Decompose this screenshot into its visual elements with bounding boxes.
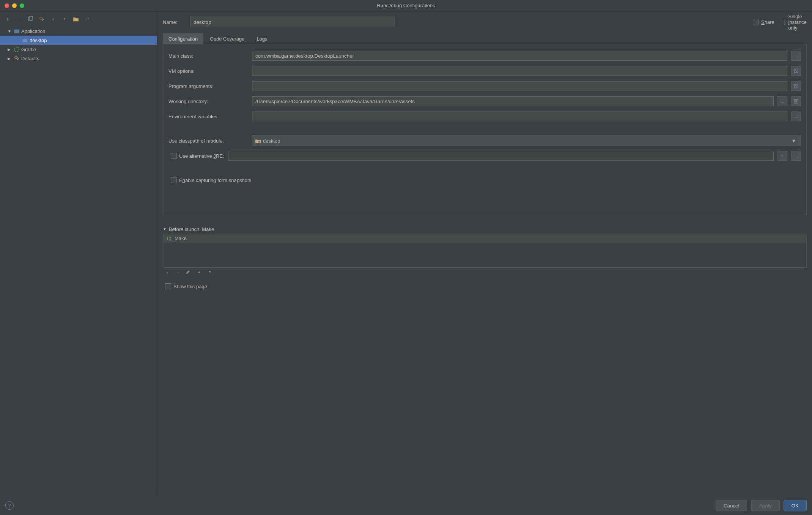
- add-task-button[interactable]: +: [164, 270, 170, 276]
- window-close-button[interactable]: [5, 3, 9, 8]
- alt-jre-checkbox[interactable]: Use alternative JRE:: [171, 153, 224, 159]
- window-minimize-button[interactable]: [12, 3, 17, 8]
- working-dir-label: Working directory:: [168, 99, 248, 104]
- sort-button[interactable]: ↓ª: [83, 15, 91, 23]
- tab-logs[interactable]: Logs: [251, 33, 273, 44]
- before-launch-section: ▼ Before launch: Make 0101 Make + −: [163, 226, 807, 292]
- remove-task-button[interactable]: −: [175, 270, 181, 276]
- titlebar: Run/Debug Configurations: [0, 0, 812, 11]
- show-this-page-label: Show this page: [173, 284, 207, 289]
- tree-label: Application: [21, 28, 46, 34]
- svg-point-7: [14, 47, 19, 52]
- name-label: Name:: [163, 19, 186, 25]
- working-dir-input[interactable]: [252, 96, 774, 106]
- cancel-button[interactable]: Cancel: [716, 500, 747, 511]
- help-button[interactable]: ?: [5, 501, 14, 510]
- before-launch-toolbar: + − ▲ ▼: [163, 268, 807, 278]
- collapse-toggle-icon[interactable]: ▼: [163, 227, 167, 231]
- vm-options-label: VM options:: [168, 68, 248, 74]
- tab-code-coverage[interactable]: Code Coverage: [204, 33, 250, 44]
- main-class-input[interactable]: [252, 51, 787, 61]
- svg-text:01: 01: [169, 239, 172, 241]
- svg-rect-6: [22, 38, 28, 39]
- task-up-button[interactable]: ▲: [196, 270, 202, 276]
- env-vars-label: Environment variables:: [168, 114, 248, 119]
- vm-options-input[interactable]: [252, 66, 787, 76]
- configuration-panel: Main class: … VM options: Program argume…: [163, 44, 807, 215]
- classpath-module-value: desktop: [263, 138, 280, 144]
- edit-defaults-button[interactable]: [38, 15, 46, 23]
- browse-main-class-button[interactable]: …: [791, 51, 801, 61]
- tree-label: Gradle: [21, 47, 36, 52]
- move-up-button[interactable]: ▲: [49, 15, 57, 23]
- alt-jre-input: [228, 151, 774, 161]
- config-tree: ▼ Application desktop ▶: [0, 27, 157, 496]
- program-args-label: Program arguments:: [168, 83, 248, 89]
- working-dir-list-button[interactable]: [791, 96, 801, 106]
- wrench-icon: [14, 55, 20, 61]
- svg-point-8: [15, 57, 17, 59]
- expand-toggle-icon[interactable]: ▼: [8, 29, 12, 33]
- browse-alt-jre-button[interactable]: …: [791, 151, 801, 161]
- copy-config-button[interactable]: [27, 15, 34, 23]
- make-icon: 0101: [166, 236, 172, 241]
- browse-working-dir-button[interactable]: …: [777, 96, 787, 106]
- window-title: Run/Debug Configurations: [377, 3, 435, 8]
- show-this-page-checkbox[interactable]: Show this page: [165, 283, 207, 289]
- svg-rect-4: [14, 29, 19, 30]
- alt-jre-dropdown-button: ▼: [777, 151, 787, 161]
- main-class-label: Main class:: [168, 53, 248, 59]
- edit-task-button[interactable]: [186, 270, 192, 276]
- expand-toggle-icon[interactable]: ▶: [8, 57, 12, 61]
- share-checkbox[interactable]: Share: [753, 19, 776, 25]
- form-snapshots-label: Enable capturing form snapshots: [179, 177, 251, 183]
- svg-rect-1: [30, 16, 33, 20]
- share-label: Share: [761, 19, 774, 25]
- name-input[interactable]: [190, 17, 395, 27]
- config-toolbar: + − ▲ ▼ ↓ª: [0, 11, 157, 27]
- before-launch-list: 0101 Make: [163, 234, 807, 268]
- chevron-down-icon: ▼: [790, 138, 798, 144]
- single-instance-checkbox[interactable]: Single instance only: [784, 14, 807, 31]
- expand-toggle-icon[interactable]: ▶: [8, 47, 12, 52]
- edit-env-vars-button[interactable]: …: [791, 111, 801, 121]
- tree-label: desktop: [30, 38, 47, 43]
- window-zoom-button[interactable]: [20, 3, 24, 8]
- app-window-icon: [22, 37, 28, 43]
- task-down-button[interactable]: ▼: [207, 270, 213, 276]
- svg-rect-12: [258, 141, 260, 143]
- tabs: Configuration Code Coverage Logs: [163, 33, 807, 44]
- tree-node-application[interactable]: ▼ Application: [0, 27, 157, 36]
- right-panel: Name: Share Single instance only Configu…: [157, 11, 812, 496]
- form-snapshots-checkbox[interactable]: Enable capturing form snapshots: [171, 177, 251, 183]
- add-config-button[interactable]: +: [4, 15, 11, 23]
- before-launch-header[interactable]: ▼ Before launch: Make: [163, 226, 807, 232]
- before-launch-item[interactable]: 0101 Make: [163, 234, 806, 243]
- program-args-input[interactable]: [252, 81, 787, 91]
- svg-point-2: [40, 17, 42, 19]
- tree-label: Defaults: [21, 56, 39, 61]
- dialog-footer: ? Cancel Apply OK: [0, 496, 812, 515]
- before-launch-item-label: Make: [175, 236, 187, 241]
- tree-node-defaults[interactable]: ▶ Defaults: [0, 54, 157, 63]
- apply-button[interactable]: Apply: [751, 500, 779, 511]
- gradle-icon: [14, 46, 20, 52]
- module-icon: [255, 138, 261, 143]
- single-instance-label: Single instance only: [788, 14, 807, 31]
- app-window-icon: [14, 28, 20, 34]
- move-down-button[interactable]: ▼: [61, 15, 68, 23]
- folder-button[interactable]: [72, 15, 80, 23]
- remove-config-button[interactable]: −: [15, 15, 23, 23]
- tree-node-gradle[interactable]: ▶ Gradle: [0, 45, 157, 54]
- classpath-module-select[interactable]: desktop ▼: [252, 135, 801, 146]
- expand-vm-options-button[interactable]: [791, 66, 801, 76]
- env-vars-input[interactable]: [252, 111, 787, 121]
- before-launch-title: Before launch: Make: [169, 226, 214, 232]
- expand-program-args-button[interactable]: [791, 81, 801, 91]
- tree-node-desktop[interactable]: desktop: [0, 36, 157, 45]
- alt-jre-label: Use alternative JRE:: [179, 153, 224, 159]
- tab-configuration[interactable]: Configuration: [163, 33, 203, 44]
- left-panel: + − ▲ ▼ ↓ª ▼: [0, 11, 157, 496]
- classpath-module-label: Use classpath of module:: [168, 138, 248, 144]
- ok-button[interactable]: OK: [784, 500, 807, 511]
